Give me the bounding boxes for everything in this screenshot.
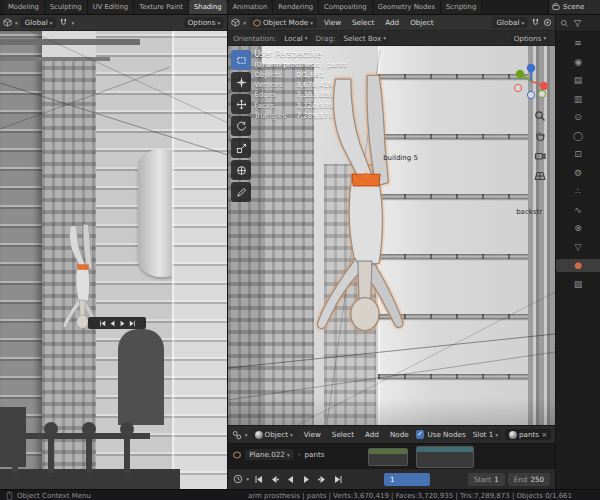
orientation-dropdown[interactable]: Global ▾ bbox=[21, 17, 57, 28]
tool-cursor[interactable] bbox=[231, 72, 251, 92]
options-dropdown-right[interactable]: Options ▾ bbox=[510, 33, 551, 44]
material-selector[interactable]: pants × bbox=[505, 429, 551, 440]
play-icon[interactable] bbox=[119, 320, 126, 327]
tool-transform[interactable] bbox=[231, 160, 251, 180]
properties-tab-strip: ≡ ◉ ▤ ▥ ⊙ ◯ ⊡ ⚙ ∴ ∿ ⊗ ▽ ● ▨ bbox=[556, 32, 600, 489]
slot-dropdown[interactable]: Slot 1 ▾ bbox=[469, 429, 502, 440]
shader-node-area[interactable]: Plane.022▾ › pants bbox=[228, 443, 555, 468]
move-hand-icon[interactable] bbox=[534, 130, 546, 142]
menu-select[interactable]: Select bbox=[348, 18, 378, 27]
menu-view[interactable]: View bbox=[320, 18, 345, 27]
tab-world-icon[interactable]: ◯ bbox=[556, 130, 600, 143]
jump-to-start-button[interactable] bbox=[252, 473, 265, 485]
left-3d-viewport[interactable] bbox=[0, 31, 227, 489]
tab-constraints-icon[interactable]: ⊗ bbox=[556, 222, 600, 235]
tab-scripting[interactable]: Scripting bbox=[441, 0, 482, 14]
frame-start-field[interactable]: Start1 bbox=[468, 473, 505, 486]
shader-editor-icon[interactable] bbox=[232, 430, 242, 440]
prev-keyframe-button[interactable] bbox=[268, 473, 281, 485]
play-button[interactable] bbox=[300, 473, 313, 485]
tab-object-data-icon[interactable]: ▽ bbox=[556, 241, 600, 254]
editor-type-chevron[interactable]: ▾ bbox=[15, 20, 18, 26]
play-reverse-icon[interactable] bbox=[109, 320, 116, 327]
navigation-gizmo[interactable] bbox=[512, 62, 550, 100]
tab-rendering[interactable]: Rendering bbox=[273, 0, 319, 14]
tab-geometry-nodes[interactable]: Geometry Nodes bbox=[373, 0, 441, 14]
magnet-icon[interactable] bbox=[59, 18, 68, 27]
tab-output-icon[interactable]: ▤ bbox=[556, 74, 600, 87]
proportional-edit-icon[interactable] bbox=[543, 18, 552, 27]
tab-modifiers-icon[interactable]: ⚙ bbox=[556, 167, 600, 180]
drag-mode-dropdown[interactable]: Select Box ▾ bbox=[339, 33, 390, 44]
perspective-icon[interactable] bbox=[534, 170, 546, 182]
mini-node-1[interactable] bbox=[368, 448, 408, 466]
node-menu-view[interactable]: View bbox=[300, 430, 325, 439]
orientation-dropdown-right[interactable]: Global ▾ bbox=[492, 17, 528, 28]
3d-viewport-icon[interactable] bbox=[231, 18, 240, 27]
node-menu-add[interactable]: Add bbox=[361, 430, 383, 439]
shader-type-dropdown[interactable]: Object ▾ bbox=[251, 429, 297, 440]
timeline-editor-icon[interactable] bbox=[233, 474, 243, 484]
use-nodes-checkbox[interactable]: ✓ bbox=[416, 430, 425, 439]
tab-compositing[interactable]: Compositing bbox=[319, 0, 373, 14]
breadcrumb-separator: › bbox=[298, 450, 301, 459]
status-left-hint: Object Context Menu bbox=[17, 492, 91, 500]
tab-particles-icon[interactable]: ∴ bbox=[556, 185, 600, 198]
tab-sculpting[interactable]: Sculpting bbox=[45, 0, 88, 14]
tab-uv-editing[interactable]: UV Editing bbox=[88, 0, 134, 14]
node-menu-select[interactable]: Select bbox=[328, 430, 358, 439]
current-frame-field[interactable]: 1 bbox=[384, 473, 430, 486]
menu-object[interactable]: Object bbox=[406, 18, 437, 27]
tab-texture-icon[interactable]: ▨ bbox=[556, 278, 600, 291]
breadcrumb-object[interactable]: Plane.022▾ bbox=[245, 449, 293, 460]
jump-to-end-button[interactable] bbox=[332, 473, 345, 485]
tool-scale[interactable] bbox=[231, 138, 251, 158]
tab-texture-paint[interactable]: Texture Paint bbox=[134, 0, 189, 14]
tab-physics-icon[interactable]: ∿ bbox=[556, 204, 600, 217]
node-menu-node[interactable]: Node bbox=[386, 430, 413, 439]
tab-object-icon[interactable]: ⊡ bbox=[556, 148, 600, 161]
chevron-down-icon: ▾ bbox=[543, 35, 546, 41]
tool-orientation-dropdown[interactable]: Local ▾ bbox=[280, 33, 311, 44]
search-icon[interactable] bbox=[560, 19, 569, 28]
next-keyframe-button[interactable] bbox=[316, 473, 329, 485]
3d-viewport-icon[interactable] bbox=[3, 18, 12, 27]
tab-tool-icon[interactable]: ≡ bbox=[556, 37, 600, 50]
tab-view-layer-icon[interactable]: ▥ bbox=[556, 93, 600, 106]
right-3d-viewport[interactable]: building 5 backstr User Perspective (0) … bbox=[228, 46, 555, 425]
editor-type-chevron[interactable]: ▾ bbox=[243, 20, 246, 26]
tab-shading[interactable]: Shading bbox=[189, 0, 228, 14]
tool-annotate[interactable] bbox=[231, 182, 251, 202]
viewport-toolbar bbox=[231, 50, 251, 202]
tool-move[interactable] bbox=[231, 94, 251, 114]
tool-select-box[interactable] bbox=[231, 50, 251, 70]
jump-end-icon[interactable] bbox=[129, 320, 136, 327]
frame-end-field[interactable]: End250 bbox=[508, 473, 550, 486]
editor-type-chevron[interactable]: ▾ bbox=[245, 432, 248, 438]
play-reverse-button[interactable] bbox=[284, 473, 297, 485]
filter-icon[interactable] bbox=[573, 19, 582, 28]
camera-icon[interactable] bbox=[534, 150, 546, 162]
mode-dropdown[interactable]: Object Mode ▾ bbox=[249, 17, 317, 28]
menu-add[interactable]: Add bbox=[381, 18, 403, 27]
magnet-icon[interactable] bbox=[531, 18, 540, 27]
editor-type-chevron[interactable]: ▾ bbox=[246, 476, 249, 482]
workspace-tabs: Modeling Sculpting UV Editing Texture Pa… bbox=[0, 0, 548, 14]
jump-start-icon[interactable] bbox=[99, 320, 106, 327]
viewport-stats-overlay: User Perspective (0) arm prosthesis | pa… bbox=[254, 49, 360, 121]
tab-render-icon[interactable]: ◉ bbox=[556, 56, 600, 69]
unlink-material-icon[interactable]: × bbox=[541, 430, 547, 439]
mini-node-2[interactable] bbox=[416, 446, 474, 468]
stat-label: Faces bbox=[254, 101, 296, 111]
options-dropdown-left[interactable]: Options ▾ bbox=[184, 17, 225, 28]
tab-modeling[interactable]: Modeling bbox=[3, 0, 45, 14]
tab-material-icon[interactable]: ● bbox=[556, 259, 600, 272]
tool-rotate[interactable] bbox=[231, 116, 251, 136]
mini-playback-controls[interactable] bbox=[88, 317, 146, 329]
tab-animation[interactable]: Animation bbox=[228, 0, 274, 14]
snap-chevron[interactable]: ▾ bbox=[71, 20, 74, 26]
stat-label: Triangles bbox=[254, 111, 296, 121]
outliner-header[interactable]: Scene bbox=[548, 0, 600, 14]
tab-scene-icon[interactable]: ⊙ bbox=[556, 111, 600, 124]
zoom-icon[interactable] bbox=[534, 110, 546, 122]
